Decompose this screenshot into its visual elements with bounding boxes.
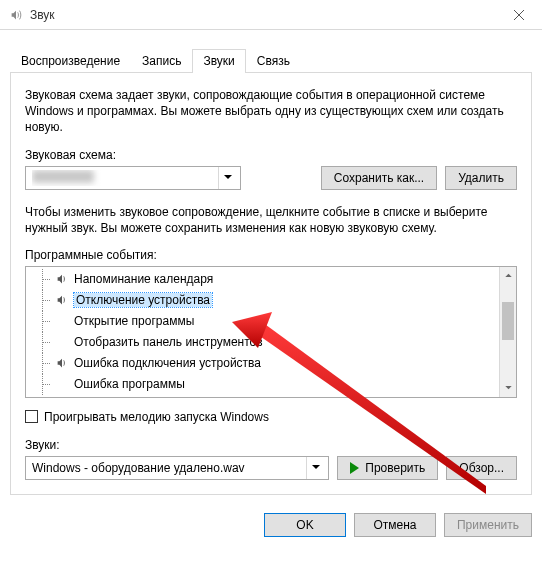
chevron-down-icon [218, 167, 236, 189]
sound-file-value: Windows - оборудование удалено.wav [32, 461, 302, 475]
cancel-button[interactable]: Отмена [354, 513, 436, 537]
save-as-button[interactable]: Сохранить как... [321, 166, 437, 190]
event-item[interactable]: Отключение устройства [26, 290, 499, 311]
scroll-thumb[interactable] [502, 302, 514, 340]
delete-button[interactable]: Удалить [445, 166, 517, 190]
dialog-button-row: OK Отмена Применить [0, 505, 542, 547]
event-item[interactable]: Открытие программы [26, 311, 499, 332]
tree-connector [38, 374, 50, 395]
test-button-label: Проверить [365, 461, 425, 475]
tab-sounds[interactable]: Звуки [192, 49, 245, 73]
tab-communications[interactable]: Связь [246, 49, 301, 73]
blank-icon [54, 334, 70, 350]
close-button[interactable] [496, 0, 542, 30]
event-label: Напоминание календаря [74, 272, 213, 286]
tree-connector [38, 332, 50, 353]
startup-sound-checkbox[interactable] [25, 410, 38, 423]
sounds-label: Звуки: [25, 438, 517, 452]
scroll-up-button[interactable] [500, 267, 516, 284]
test-button[interactable]: Проверить [337, 456, 438, 480]
speaker-icon [8, 7, 24, 23]
tree-connector [38, 269, 50, 290]
blank-icon [54, 376, 70, 392]
tree-connector [38, 290, 50, 311]
sound-file-dropdown[interactable]: Windows - оборудование удалено.wav [25, 456, 329, 480]
scheme-value-blurred [32, 170, 94, 183]
apply-button[interactable]: Применить [444, 513, 532, 537]
play-icon [350, 462, 359, 474]
window-title: Звук [30, 8, 496, 22]
ok-button[interactable]: OK [264, 513, 346, 537]
browse-button[interactable]: Обзор... [446, 456, 517, 480]
events-listbox[interactable]: Напоминание календаряОтключение устройст… [25, 266, 517, 398]
event-label: Ошибка подключения устройства [74, 356, 261, 370]
tab-playback[interactable]: Воспроизведение [10, 49, 131, 73]
events-label: Программные события: [25, 248, 517, 262]
speaker-icon [54, 355, 70, 371]
tab-bar: Воспроизведение Запись Звуки Связь [10, 48, 532, 72]
tab-record[interactable]: Запись [131, 49, 192, 73]
event-item[interactable]: Ошибка программы [26, 374, 499, 395]
event-label: Открытие программы [74, 314, 194, 328]
scheme-description: Звуковая схема задает звуки, сопровождаю… [25, 87, 517, 136]
scheme-label: Звуковая схема: [25, 148, 517, 162]
blank-icon [54, 313, 70, 329]
chevron-down-icon [306, 457, 324, 479]
event-item[interactable]: Напоминание календаря [26, 269, 499, 290]
title-bar: Звук [0, 0, 542, 30]
scheme-dropdown[interactable] [25, 166, 241, 190]
event-item[interactable]: Ошибка подключения устройства [26, 353, 499, 374]
speaker-icon [54, 292, 70, 308]
speaker-icon [54, 271, 70, 287]
events-description: Чтобы изменить звуковое сопровождение, щ… [25, 204, 517, 236]
startup-sound-label: Проигрывать мелодию запуска Windows [44, 410, 269, 424]
event-label: Ошибка программы [74, 377, 185, 391]
tree-connector [38, 353, 50, 374]
scroll-down-button[interactable] [500, 380, 516, 397]
scrollbar[interactable] [499, 267, 516, 397]
event-item[interactable]: Отобразить панель инструментов [26, 332, 499, 353]
event-label: Отключение устройства [74, 293, 212, 307]
tree-connector [38, 311, 50, 332]
event-label: Отобразить панель инструментов [74, 335, 263, 349]
scroll-track[interactable] [500, 284, 516, 380]
sounds-panel: Звуковая схема задает звуки, сопровождаю… [10, 72, 532, 495]
